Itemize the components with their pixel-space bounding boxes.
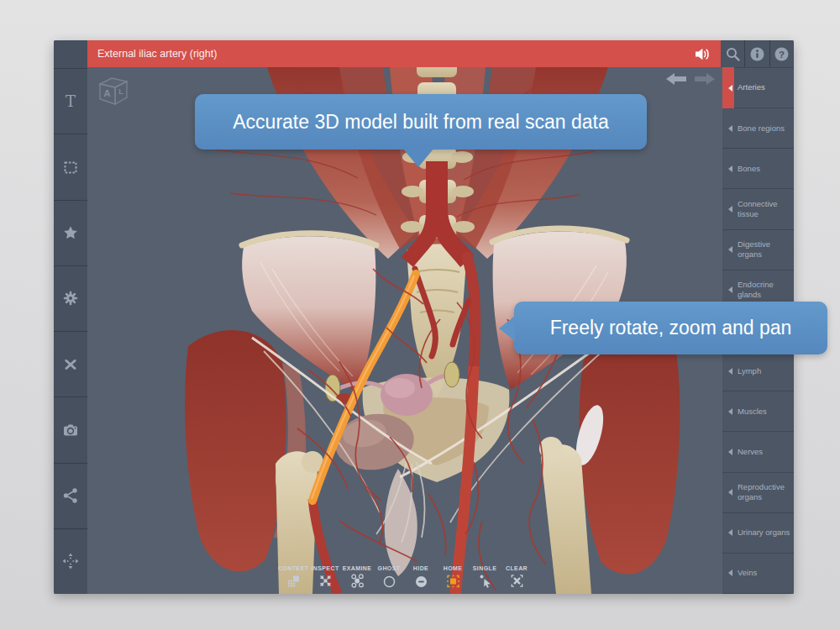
sidebar-item-label: Digestive organs xyxy=(738,239,790,260)
hide-button[interactable]: HIDE xyxy=(406,565,437,588)
share-icon xyxy=(61,486,80,505)
home-button[interactable]: HOME xyxy=(438,565,469,588)
collapse-triangle-icon xyxy=(728,286,732,293)
inspect-icon xyxy=(318,573,333,588)
screenshot-button[interactable] xyxy=(54,396,87,462)
back-arrow-icon[interactable] xyxy=(665,72,687,86)
collapse-triangle-icon xyxy=(728,570,732,576)
search-button[interactable] xyxy=(721,40,744,67)
sidebar-item-label: Bones xyxy=(738,164,760,174)
clear-button[interactable]: CLEAR xyxy=(501,565,533,588)
info-icon xyxy=(750,47,764,61)
sidebar-item-connective-tissue[interactable]: Connective tissue xyxy=(722,189,794,229)
sidebar-item-label: Connective tissue xyxy=(738,199,790,220)
sidebar-item-lymph[interactable]: Lymph xyxy=(722,351,794,391)
single-icon xyxy=(477,573,492,588)
tooltip-tail-down xyxy=(402,148,434,167)
help-icon: ? xyxy=(774,47,789,61)
text-labels-button[interactable]: T xyxy=(54,68,87,134)
sidebar-item-veins[interactable]: Veins xyxy=(722,554,794,594)
hide-label: HIDE xyxy=(413,565,428,571)
sidebar-item-urinary-organs[interactable]: Urinary organs xyxy=(722,513,794,554)
svg-text:?: ? xyxy=(779,49,785,59)
pencil-cross-icon xyxy=(61,355,80,374)
ghost-icon xyxy=(381,573,396,588)
desktop-background: T xyxy=(0,0,840,630)
context-label: CONTEXT xyxy=(278,565,308,571)
move-arrows-icon xyxy=(61,552,80,570)
sidebar-item-label: Lymph xyxy=(738,366,761,376)
speaker-icon[interactable] xyxy=(695,48,711,60)
history-navigation xyxy=(665,72,716,86)
single-button[interactable]: SINGLE xyxy=(470,565,501,588)
svg-text:A: A xyxy=(104,88,111,98)
home-icon xyxy=(445,573,460,588)
top-icon-strip: ? xyxy=(721,40,794,67)
forward-arrow-icon[interactable] xyxy=(694,72,716,86)
sidebar-item-muscles[interactable]: Muscles xyxy=(722,391,794,432)
examine-label: EXAMINE xyxy=(343,565,372,571)
clear-icon xyxy=(509,573,524,588)
sidebar-item-label: Veins xyxy=(738,568,757,578)
draw-tools-button[interactable] xyxy=(54,331,87,396)
collapse-triangle-icon xyxy=(728,85,732,92)
single-label: SINGLE xyxy=(473,565,496,571)
frame-icon xyxy=(61,158,80,176)
sidebar-item-label: Endocrine glands xyxy=(738,280,790,301)
sidebar-item-digestive-organs[interactable]: Digestive organs xyxy=(722,230,794,270)
home-label: HOME xyxy=(444,565,463,571)
examine-button[interactable]: EXAMINE xyxy=(342,565,373,588)
text-icon: T xyxy=(61,92,80,111)
tooltip-scan-data-text: Accurate 3D model built from real scan d… xyxy=(233,111,608,134)
star-icon xyxy=(61,223,80,242)
left-toolbar-spacer xyxy=(54,40,87,68)
selection-title-bar: External iliac artery (right) xyxy=(87,40,721,67)
ghost-button[interactable]: GHOST xyxy=(374,565,405,588)
favorites-button[interactable] xyxy=(54,200,87,265)
sidebar-item-label: Bone regions xyxy=(738,123,785,134)
tooltip-rotate-zoom-pan-text: Freely rotate, zoom and pan xyxy=(550,317,792,339)
context-icon xyxy=(286,573,301,588)
sidebar-item-label: Nerves xyxy=(738,447,763,457)
view-mode-toolbar: CONTEXT INSPECT xyxy=(278,565,533,588)
examine-icon xyxy=(349,573,365,588)
collapse-triangle-icon xyxy=(728,206,732,213)
svg-text:L: L xyxy=(118,87,123,96)
settings-button[interactable] xyxy=(54,265,87,331)
inspect-label: INSPECT xyxy=(311,565,339,571)
clear-label: CLEAR xyxy=(506,565,528,571)
collapse-triangle-icon xyxy=(728,125,732,132)
collapse-triangle-icon xyxy=(728,368,732,375)
collapse-triangle-icon xyxy=(728,165,732,172)
tooltip-scan-data: Accurate 3D model built from real scan d… xyxy=(195,94,647,150)
tooltip-tail-left xyxy=(499,316,515,341)
sidebar-item-reproductive-organs[interactable]: Reproductive organs xyxy=(722,473,794,513)
collapse-triangle-icon xyxy=(728,408,732,415)
sidebar-item-nerves[interactable]: Nerves xyxy=(722,432,794,472)
move-button[interactable] xyxy=(54,528,87,594)
share-button[interactable] xyxy=(54,463,87,528)
info-button[interactable] xyxy=(744,40,769,67)
collapse-triangle-icon xyxy=(728,246,732,253)
help-button[interactable]: ? xyxy=(769,40,794,67)
collapse-triangle-icon xyxy=(728,489,732,496)
sidebar-item-label: Arteries xyxy=(738,82,765,92)
left-toolbar: T xyxy=(54,40,87,594)
orientation-cube[interactable]: A L xyxy=(94,71,133,108)
sidebar-item-bone-regions[interactable]: Bone regions xyxy=(722,108,794,149)
sidebar-item-bones[interactable]: Bones xyxy=(722,149,794,189)
search-icon xyxy=(726,47,740,61)
inspect-button[interactable]: INSPECT xyxy=(310,565,341,588)
selection-frame-button[interactable] xyxy=(54,134,87,199)
context-button[interactable]: CONTEXT xyxy=(278,565,309,588)
hide-icon xyxy=(413,573,428,588)
collapse-triangle-icon xyxy=(728,449,732,455)
collapse-triangle-icon xyxy=(728,529,732,536)
sidebar-item-label: Reproductive organs xyxy=(738,482,790,503)
sidebar-item-label: Urinary organs xyxy=(738,528,790,538)
sidebar-item-arteries[interactable]: Arteries xyxy=(722,67,794,108)
gear-icon xyxy=(61,289,80,307)
selected-structure-label: External iliac artery (right) xyxy=(97,48,695,60)
svg-text:T: T xyxy=(66,92,76,110)
camera-icon xyxy=(61,421,80,439)
